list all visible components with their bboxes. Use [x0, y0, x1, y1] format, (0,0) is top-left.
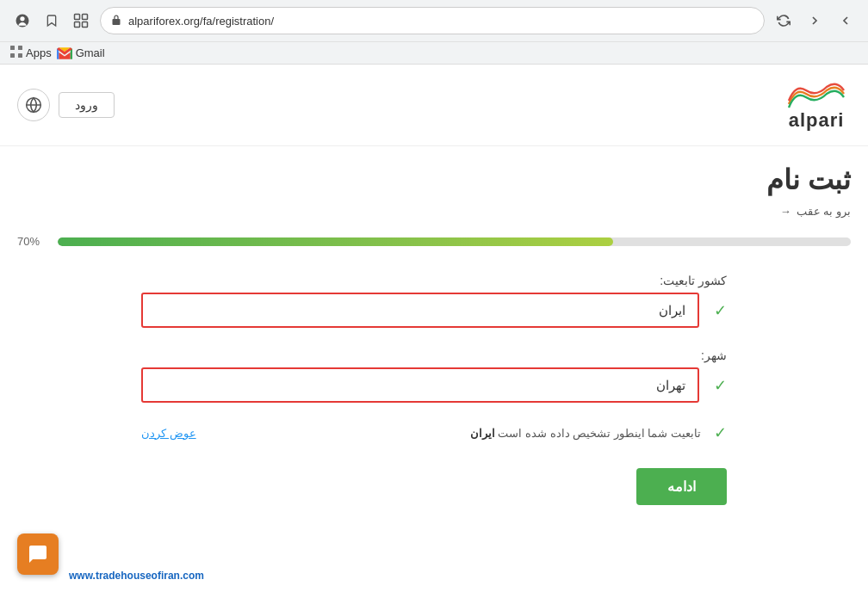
- translate-button[interactable]: [69, 9, 93, 33]
- nationality-field-group: کشور تابعیت: ✓: [141, 274, 727, 328]
- nationality-label: کشور تابعیت:: [141, 274, 727, 287]
- forward-button[interactable]: [803, 9, 827, 33]
- progress-bar-fill: [58, 237, 613, 246]
- continue-btn-container: ادامه: [141, 468, 727, 505]
- page-content: ورود alpari ثبت نام → برو به عقب 70%: [0, 65, 868, 592]
- auto-detect-label: تابعیت شما اینطور تشخیص داده شده است: [498, 427, 701, 440]
- svg-rect-1: [75, 15, 80, 20]
- chat-widget[interactable]: [17, 533, 59, 575]
- apps-label: Apps: [26, 46, 52, 59]
- browser-toolbar: alpariforex.org/fa/registration/: [0, 0, 868, 41]
- header-left: ورود: [17, 89, 115, 121]
- svg-rect-2: [83, 15, 88, 20]
- auto-detect-row: ✓ تابعیت شما اینطور تشخیص داده شده است ا…: [141, 423, 727, 442]
- nationality-input[interactable]: [141, 293, 699, 328]
- browser-chrome: alpariforex.org/fa/registration/: [0, 0, 868, 65]
- bookmark-button[interactable]: [40, 9, 64, 33]
- lock-icon: [111, 14, 121, 28]
- city-field-row: ✓: [141, 367, 727, 403]
- page-header: ورود alpari: [0, 65, 868, 146]
- svg-rect-4: [83, 22, 88, 28]
- back-button[interactable]: [834, 9, 858, 33]
- back-link[interactable]: → برو به عقب: [17, 205, 851, 218]
- main-area: ثبت نام → برو به عقب 70% کشور تابعیت: ✓: [0, 146, 868, 540]
- gmail-bookmark[interactable]: Gmail: [57, 46, 105, 59]
- city-input[interactable]: [141, 367, 699, 403]
- page-title: ثبت نام: [17, 163, 851, 196]
- city-field-group: شهر: ✓: [141, 348, 727, 403]
- language-button[interactable]: [17, 89, 50, 121]
- auto-detect-checkmark: ✓: [710, 423, 727, 442]
- alpari-text: alpari: [789, 109, 845, 132]
- svg-rect-3: [75, 22, 80, 28]
- watermark-text: www.tradehouseofiran.com: [69, 570, 204, 582]
- svg-rect-9: [10, 53, 15, 58]
- apps-bookmark[interactable]: Apps: [10, 46, 52, 60]
- alpari-logo: alpari: [782, 78, 851, 132]
- auto-detect-country: ایران: [470, 427, 495, 440]
- city-checkmark: ✓: [710, 376, 727, 395]
- refresh-button[interactable]: [772, 9, 796, 33]
- continue-button[interactable]: ادامه: [636, 468, 727, 505]
- city-label: شهر:: [141, 348, 727, 362]
- login-button[interactable]: ورود: [59, 92, 115, 118]
- bookmarks-bar: Apps Gmail: [0, 41, 868, 64]
- svg-rect-8: [18, 46, 22, 50]
- grid-icon: [10, 46, 22, 60]
- gmail-label: Gmail: [76, 46, 105, 59]
- change-link[interactable]: عوض کردن: [141, 427, 196, 440]
- address-bar[interactable]: alpariforex.org/fa/registration/: [100, 7, 765, 34]
- back-link-text: برو به عقب: [797, 205, 851, 218]
- nationality-field-row: ✓: [141, 293, 727, 328]
- progress-label: 70%: [17, 235, 47, 248]
- watermark: www.tradehouseofiran.com: [69, 570, 204, 582]
- svg-rect-0: [113, 19, 121, 25]
- svg-point-6: [20, 16, 24, 21]
- alpari-waves-icon: [782, 78, 851, 113]
- nationality-checkmark: ✓: [710, 301, 727, 320]
- svg-rect-7: [10, 46, 15, 50]
- svg-rect-10: [18, 53, 22, 58]
- form-section: کشور تابعیت: ✓ شهر: ✓ ✓ تابعیت شما اینطو…: [141, 274, 727, 505]
- url-text: alpariforex.org/fa/registration/: [128, 15, 753, 28]
- progress-bar-background: [58, 237, 851, 246]
- back-arrow-icon: →: [780, 205, 791, 218]
- browser-icons: [10, 9, 93, 33]
- progress-container: 70%: [17, 235, 851, 248]
- profile-button[interactable]: [10, 9, 34, 33]
- auto-detect-text: تابعیت شما اینطور تشخیص داده شده است ایر…: [205, 427, 701, 440]
